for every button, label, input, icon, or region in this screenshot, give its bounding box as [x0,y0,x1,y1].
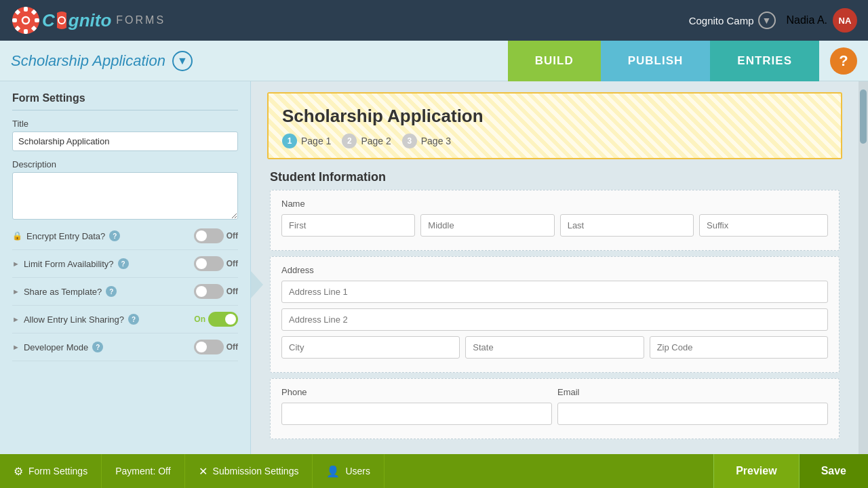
scrollbar-track[interactable] [859,81,868,454]
form-header-card: Scholarship Application 1 Page 1 2 Page … [267,92,842,159]
limit-label-area: ► Limit Form Availability? ? [12,258,129,269]
page-tab-3[interactable]: 3 Page 3 [402,134,451,148]
title-label: Title [12,119,238,129]
developer-chevron-icon[interactable]: ► [12,343,20,351]
main-tab-area: Build Publish Entries [508,41,819,81]
form-title: Scholarship Application [11,52,165,70]
preview-button-label: Preview [736,465,776,477]
encrypt-label: Encrypt Entry Data? [26,231,105,241]
encrypt-toggle-label: Off [226,231,238,241]
city-input[interactable] [281,336,460,359]
name-inputs-row [281,214,828,237]
page-num-2: 2 [342,134,357,148]
zip-input[interactable] [650,336,828,359]
developer-toggle-switch[interactable] [194,340,224,354]
phone-input[interactable] [281,403,552,425]
section-arrow-indicator [251,271,263,298]
bottom-payment-tab[interactable]: Payment: Off [102,454,184,488]
bottom-users-tab[interactable]: 👤 Users [313,454,384,488]
state-input[interactable] [465,336,644,359]
sidebar: Form Settings Title Description 🔒 Encryp… [0,81,251,454]
developer-label: Developer Mode [24,342,88,352]
name-last-input[interactable] [560,214,694,237]
svg-rect-4 [35,18,39,22]
template-toggle[interactable]: Off [194,284,238,299]
bottom-spacer [384,454,713,488]
limit-toggle-label: Off [226,259,238,268]
org-name: Cognito Camp [689,15,754,26]
org-dropdown-btn[interactable]: ▼ [758,12,776,29]
tab-publish[interactable]: Publish [601,41,711,81]
save-button-label: Save [821,465,846,477]
address-line1-input[interactable] [281,281,828,303]
encrypt-toggle-row: 🔒 Encrypt Entry Data? ? Off [12,222,238,250]
form-header: Scholarship Application 1 Page 1 2 Page … [269,94,841,158]
template-help-icon[interactable]: ? [106,286,117,297]
svg-rect-1 [24,7,28,12]
page-tab-1[interactable]: 1 Page 1 [282,134,331,148]
nav-right-area: Cognito Camp ▼ Nadia A. NA [689,8,857,33]
template-chevron-icon[interactable]: ► [12,287,20,296]
preview-button[interactable]: Preview [713,454,798,488]
name-middle-input[interactable] [420,214,554,237]
limit-label: Limit Form Availability? [24,259,114,269]
form-title-area: Scholarship Application ▼ [11,51,508,71]
student-info-title: Student Information [270,170,840,184]
template-toggle-switch[interactable] [194,284,224,299]
limit-toggle-switch[interactable] [194,256,224,271]
developer-toggle-label: Off [226,342,238,352]
limit-toggle[interactable]: Off [194,256,238,271]
link-sharing-toggle-switch[interactable] [208,312,238,327]
svg-rect-3 [12,18,17,22]
sidebar-section-title: Form Settings [12,92,238,110]
svg-rect-2 [24,29,28,34]
link-sharing-chevron-icon[interactable]: ► [12,315,20,323]
bottom-form-settings-tab[interactable]: ⚙ Form Settings [0,454,102,488]
help-button[interactable]: ? [830,47,857,75]
link-sharing-label: Allow Entry Link Sharing? [24,314,124,325]
form-title-dropdown-btn[interactable]: ▼ [172,51,193,71]
logo-gnito-text: gnito [68,10,112,31]
encrypt-toggle[interactable]: Off [194,228,238,243]
bottom-bar: ⚙ Form Settings Payment: Off ✕ Submissio… [0,454,868,488]
link-sharing-toggle[interactable]: On [194,312,238,327]
email-input[interactable] [557,403,828,425]
name-suffix-input[interactable] [699,214,828,237]
name-first-input[interactable] [281,214,415,237]
org-selector[interactable]: Cognito Camp ▼ [689,12,776,29]
limit-toggle-knob [196,258,207,269]
tab-entries[interactable]: Entries [710,41,819,81]
developer-toggle-knob [196,342,207,352]
developer-help-icon[interactable]: ? [92,342,103,352]
title-input[interactable] [12,131,238,151]
address-line2-input[interactable] [281,308,828,331]
logo-co-text: C [42,10,55,31]
save-button[interactable]: Save [799,454,868,488]
limit-help-icon[interactable]: ? [118,258,129,269]
template-toggle-knob [196,286,207,297]
submission-icon: ✕ [199,465,208,478]
form-preview-area: Scholarship Application 1 Page 1 2 Page … [251,81,859,454]
user-menu[interactable]: Nadia A. NA [787,8,857,33]
page-tab-2[interactable]: 2 Page 2 [342,134,391,148]
phone-email-row: Phone Email [281,387,828,425]
lock-icon: 🔒 [12,231,22,241]
link-sharing-toggle-row: ► Allow Entry Link Sharing? ? On [12,306,238,333]
link-sharing-help-icon[interactable]: ? [128,314,139,325]
bottom-submission-tab[interactable]: ✕ Submission Settings [185,454,313,488]
encrypt-toggle-switch[interactable] [194,228,224,243]
address-field-section: Address [270,256,840,373]
user-name: Nadia A. [787,14,827,26]
name-field-title: Name [281,199,828,209]
description-textarea[interactable] [12,172,238,220]
tab-build[interactable]: Build [508,41,601,81]
limit-chevron-icon[interactable]: ► [12,260,20,268]
address-city-state-row [281,336,828,359]
gear-small-icon [57,11,66,30]
encrypt-help-icon[interactable]: ? [109,230,120,241]
form-preview-inner: Scholarship Application 1 Page 1 2 Page … [251,81,859,454]
developer-toggle[interactable]: Off [194,340,238,354]
scrollbar-thumb[interactable] [860,89,867,144]
users-icon: 👤 [326,465,340,478]
logo: C gnito FORMS [11,5,165,35]
